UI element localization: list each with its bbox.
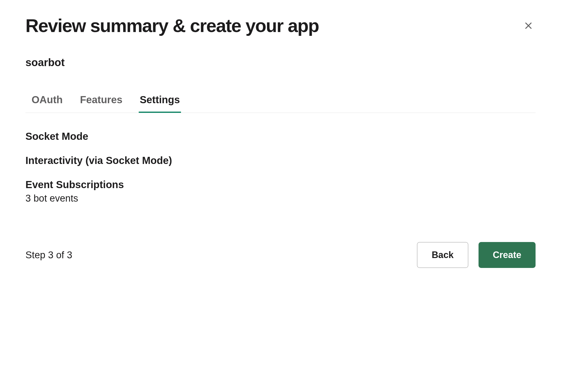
interactivity-title: Interactivity (via Socket Mode) bbox=[25, 155, 536, 166]
settings-section: Socket Mode Interactivity (via Socket Mo… bbox=[25, 131, 536, 204]
event-subscriptions-detail: 3 bot events bbox=[25, 193, 536, 204]
tab-oauth[interactable]: OAuth bbox=[31, 94, 64, 113]
create-button[interactable]: Create bbox=[479, 242, 536, 268]
event-subscriptions-title: Event Subscriptions bbox=[25, 179, 536, 190]
back-button[interactable]: Back bbox=[417, 242, 468, 268]
tabs: OAuth Features Settings bbox=[25, 94, 536, 113]
footer: Step 3 of 3 Back Create bbox=[25, 242, 536, 268]
button-group: Back Create bbox=[417, 242, 536, 268]
socket-mode-title: Socket Mode bbox=[25, 131, 536, 142]
tab-settings[interactable]: Settings bbox=[139, 94, 181, 113]
close-icon bbox=[524, 21, 533, 30]
app-name: soarbot bbox=[25, 56, 536, 69]
step-indicator: Step 3 of 3 bbox=[25, 250, 72, 261]
close-button[interactable] bbox=[521, 19, 536, 33]
page-title: Review summary & create your app bbox=[25, 15, 319, 36]
tab-features[interactable]: Features bbox=[79, 94, 123, 113]
